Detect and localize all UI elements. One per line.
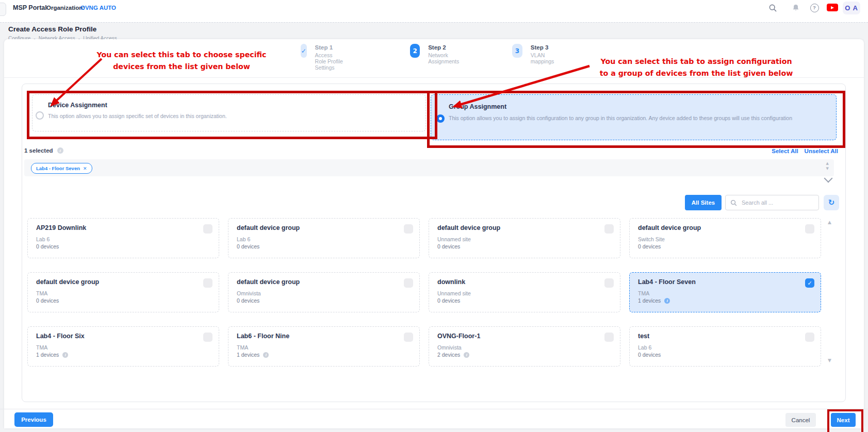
chip-remove-icon[interactable]: ✕ (83, 166, 87, 171)
group-checkbox[interactable] (604, 333, 614, 342)
question-mark: ? (810, 4, 819, 12)
device-group-card[interactable]: downlink Unnamed site 0 devices (429, 272, 620, 312)
device-group-card[interactable]: default device group Switch Site 0 devic… (629, 218, 821, 258)
device-assignment-option[interactable]: Device Assignment This option allows you… (32, 94, 426, 131)
group-name: default device group (437, 224, 500, 231)
group-name: default device group (36, 278, 99, 286)
step-subtitle: Network Assignments (428, 52, 464, 64)
selected-count: 1 selected (24, 147, 53, 154)
group-device-count: 0 devices (437, 243, 460, 250)
group-device-count: 0 devices (36, 297, 59, 304)
group-checkbox[interactable] (604, 278, 614, 288)
group-name: default device group (638, 224, 701, 231)
group-name: Lab6 - Floor Nine (237, 333, 289, 340)
sidebar-handle[interactable] (0, 3, 6, 16)
group-site: Unnamed site (437, 290, 471, 296)
step-badge: ✓ (301, 44, 307, 58)
chip-list: Lab4 - Floor Seven✕ (24, 159, 834, 176)
group-site: Lab 6 (237, 236, 250, 242)
group-checkbox[interactable] (203, 333, 212, 342)
group-checkbox[interactable] (805, 224, 814, 234)
scroll-down-icon[interactable]: ▼ (826, 167, 829, 171)
group-site: Switch Site (638, 236, 665, 242)
header-separator (0, 22, 868, 23)
app-title: MSP Portal (13, 4, 47, 11)
group-checkbox[interactable] (203, 278, 212, 288)
device-group-card[interactable]: OVNG-Floor-1 Omnivista 2 devices i (429, 326, 620, 367)
youtube-icon[interactable] (827, 4, 838, 11)
device-group-card[interactable]: default device group Omnivista 0 devices (228, 272, 420, 312)
device-info-icon[interactable]: i (664, 298, 670, 304)
group-device-count: 0 devices (36, 243, 59, 250)
all-sites-button[interactable]: All Sites (685, 195, 722, 210)
group-name: Lab4 - Floor Seven (638, 278, 696, 286)
device-group-card[interactable]: default device group Unnamed site 0 devi… (429, 218, 620, 258)
group-assignment-description: This option allows you to assign this co… (449, 114, 820, 122)
stepper-step[interactable]: 3 Step 3 VLAN mappings (512, 44, 559, 64)
group-name: OVNG-Floor-1 (437, 333, 480, 340)
device-assignment-radio[interactable] (36, 111, 44, 120)
device-assignment-title: Device Assignment (48, 102, 107, 109)
selected-chips-strip: Lab4 - Floor Seven✕ ▲ ▼ (24, 159, 834, 176)
group-site: TMA (36, 344, 47, 351)
group-checkbox[interactable] (203, 224, 212, 234)
search-icon[interactable] (768, 3, 777, 12)
unselect-all-link[interactable]: Unselect All (805, 148, 838, 154)
group-device-count: 1 devices (36, 352, 59, 358)
help-icon[interactable]: ? (810, 3, 819, 12)
device-info-icon[interactable]: i (62, 352, 68, 358)
group-checkbox[interactable]: ✓ (805, 278, 814, 288)
group-checkbox[interactable] (404, 224, 413, 234)
group-site: TMA (237, 344, 248, 351)
step-title: Step 3 (531, 44, 559, 51)
step-badge: 2 (410, 44, 420, 58)
group-assignment-radio[interactable] (436, 114, 445, 123)
group-site: Omnivista (237, 290, 261, 296)
search-icon (730, 200, 737, 206)
selection-links: Select All Unselect All (748, 148, 838, 154)
step-badge: 3 (512, 44, 522, 58)
refresh-button[interactable]: ↻ (824, 195, 839, 210)
device-group-card[interactable]: test Lab 6 0 devices (629, 326, 821, 367)
selected-chip[interactable]: Lab4 - Floor Seven✕ (31, 163, 92, 174)
group-checkbox[interactable] (604, 224, 614, 234)
search-input[interactable] (741, 199, 810, 206)
play-triangle (831, 6, 834, 9)
device-group-card[interactable]: default device group TMA 0 devices (27, 272, 219, 312)
group-checkbox[interactable] (404, 333, 413, 342)
info-icon[interactable]: i (57, 147, 63, 154)
next-button[interactable]: Next (831, 413, 856, 427)
device-group-card[interactable]: AP219 Downlink Lab 6 0 devices (27, 218, 219, 258)
cancel-button[interactable]: Cancel (785, 413, 816, 427)
group-grid: AP219 Downlink Lab 6 0 devices default d… (27, 218, 832, 368)
device-group-card[interactable]: Lab6 - Floor Nine TMA 1 devices i (228, 326, 420, 367)
step-title: Step 2 (428, 44, 464, 51)
group-device-count: 1 devices (638, 297, 661, 304)
group-checkbox[interactable] (404, 278, 413, 288)
device-info-icon[interactable]: i (263, 352, 269, 358)
group-device-count: 0 devices (638, 352, 661, 358)
search-box (725, 195, 819, 210)
avatar[interactable]: O A (843, 2, 860, 14)
group-device-count: 0 devices (237, 297, 259, 304)
group-device-count: 0 devices (237, 243, 259, 250)
scroll-up-icon[interactable]: ▲ (826, 161, 829, 165)
stepper-step[interactable]: 2 Step 2 Network Assignments (410, 44, 464, 64)
group-name: test (638, 333, 649, 340)
stepper-divider (4, 77, 864, 78)
grid-scroll-down-icon[interactable]: ▼ (828, 358, 831, 363)
device-info-icon[interactable]: i (464, 352, 469, 358)
select-all-link[interactable]: Select All (772, 148, 798, 154)
device-group-card[interactable]: default device group Lab 6 0 devices (228, 218, 420, 258)
stepper-step[interactable]: ✓ Step 1 Access Role Profile Settings (301, 44, 343, 71)
device-group-card[interactable]: Lab4 - Floor Seven TMA 1 devices i ✓ (629, 272, 821, 312)
organization-value[interactable]: OVNG AUTO (80, 5, 116, 11)
device-group-card[interactable]: Lab4 - Floor Six TMA 1 devices i (27, 326, 219, 367)
strip-scroll-spinner: ▲ ▼ (826, 161, 829, 171)
bell-icon[interactable] (791, 3, 800, 12)
grid-scroll-up-icon[interactable]: ▲ (828, 220, 831, 225)
organization-label: Organization: (46, 5, 85, 11)
group-assignment-option[interactable]: Group Assignment This option allows you … (431, 94, 837, 140)
group-checkbox[interactable] (805, 333, 814, 342)
previous-button[interactable]: Previous (14, 412, 53, 427)
